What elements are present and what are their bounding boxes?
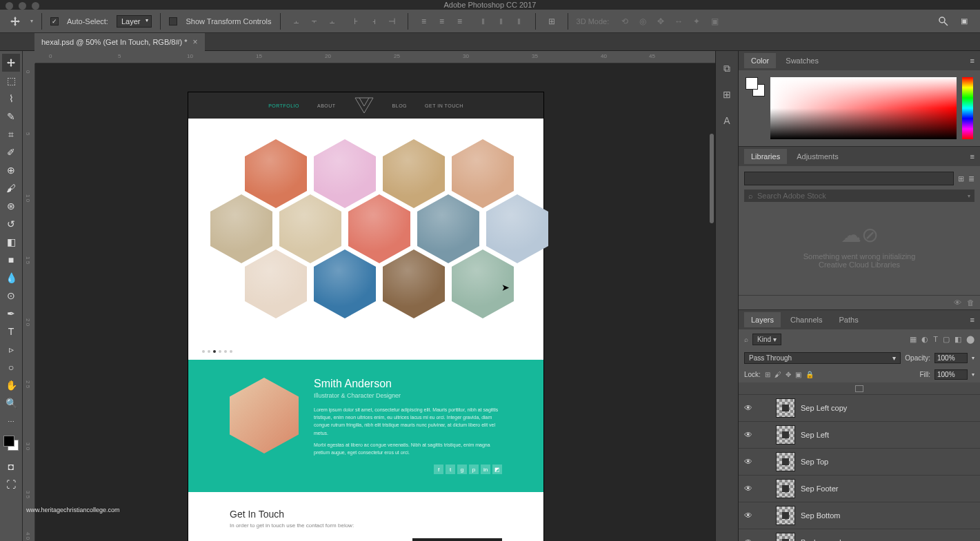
lib-status-icon[interactable]: 👁 [954,298,961,307]
fill-dropdown-icon[interactable]: ▾ [972,371,974,378]
search-icon[interactable] [936,14,951,29]
horizontal-ruler[interactable]: 0 5 10 15 20 25 30 35 40 45 [35,51,715,63]
align-top-icon[interactable]: ⫠ [289,14,304,29]
color-fgbg-swatch[interactable] [746,77,765,96]
channels-tab[interactable]: Channels [783,312,829,327]
panel-menu-icon[interactable]: ≡ [970,316,974,324]
fill-input[interactable]: 100% [934,369,968,380]
auto-select-checkbox[interactable]: ✓ [50,17,59,25]
panel-menu-icon[interactable]: ≡ [970,152,974,161]
list-view-icon[interactable]: ≣ [968,174,974,183]
foreground-background-swatch[interactable] [2,434,20,452]
align-vcenter-icon[interactable]: ⫟ [307,14,322,29]
swatches-tab[interactable]: Swatches [779,53,826,68]
align-bottom-icon[interactable]: ⫠ [325,14,340,29]
opacity-dropdown-icon[interactable]: ▾ [972,355,974,361]
zoom-window-icon[interactable] [32,2,39,10]
quick-select-tool[interactable]: ✎ [2,108,20,125]
filter-toggle-icon[interactable]: ⬤ [966,335,974,344]
history-panel-icon[interactable]: ⧉ [718,57,736,80]
visibility-icon[interactable]: 👁 [743,484,754,493]
layer-row[interactable] [739,382,980,395]
grid-view-icon[interactable]: ⊞ [958,174,964,183]
library-select[interactable] [744,172,954,185]
layer-row[interactable]: 👁Sep Top [739,449,980,476]
clone-tool[interactable]: ⊛ [2,197,20,215]
auto-select-dropdown[interactable]: Layer [117,15,152,28]
lock-pixels-icon[interactable]: 🖌 [774,371,781,378]
gradient-tool[interactable]: ■ [2,251,20,269]
distribute-hcenter-icon[interactable]: ⦀ [494,14,509,29]
visibility-icon[interactable]: 👁 [743,538,754,541]
brush-tool[interactable]: 🖌 [2,179,20,197]
dodge-tool[interactable]: ⊙ [2,287,20,305]
align-hcenter-icon[interactable]: ⫞ [366,14,381,29]
blend-mode-dropdown[interactable]: Pass Through ▾ [744,352,901,364]
distribute-left-icon[interactable]: ⦀ [476,14,491,29]
filter-type-dropdown[interactable]: Kind ▾ [752,334,781,345]
layer-row[interactable]: 👁Background [739,529,980,541]
shape-tool[interactable]: ○ [2,358,20,376]
document-tab[interactable]: hexal.psd @ 50% (Get In Touch, RGB/8#) *… [34,33,205,51]
distribute-top-icon[interactable]: ≡ [417,14,432,29]
library-search[interactable]: ⌕ Search Adobe Stock ▾ [744,190,974,202]
healing-tool[interactable]: ⊕ [2,161,20,179]
opacity-input[interactable]: 100% [934,353,968,363]
layer-list[interactable]: 👁Sep Left copy 👁Sep Left 👁Sep Top 👁Sep F… [739,382,980,541]
distribute-right-icon[interactable]: ⦀ [512,14,527,29]
layer-row[interactable]: 👁Sep Bottom [739,502,980,529]
type-tool[interactable]: T [2,323,20,340]
zoom-tool[interactable]: 🔍 [2,394,20,412]
blur-tool[interactable]: 💧 [2,269,20,287]
hand-tool[interactable]: ✋ [2,376,20,394]
close-window-icon[interactable] [6,2,13,10]
filter-smart-icon[interactable]: ◧ [954,335,961,344]
edit-toolbar-icon[interactable]: ⋯ [2,412,20,430]
lock-all-icon[interactable]: 🔒 [806,371,814,378]
marquee-tool[interactable]: ⬚ [2,72,20,90]
search-dropdown-icon[interactable]: ▾ [968,193,970,199]
lasso-tool[interactable]: ⌇ [2,90,20,108]
panel-menu-icon[interactable]: ≡ [970,57,974,65]
color-tab[interactable]: Color [744,53,776,68]
screenmode-tool[interactable]: ⛶ [2,476,20,493]
path-select-tool[interactable]: ▹ [2,340,20,358]
visibility-icon[interactable]: 👁 [743,511,754,520]
align-left-icon[interactable]: ⊦ [348,14,363,29]
visibility-icon[interactable]: 👁 [743,430,754,440]
paths-tab[interactable]: Paths [832,312,866,327]
quickmask-tool[interactable]: ◘ [2,458,20,476]
layers-tab[interactable]: Layers [744,312,781,327]
color-spectrum[interactable] [770,77,957,139]
canvas-area[interactable]: 0 5 10 15 20 25 30 35 40 45 0 5 1 0 1 5 … [23,51,715,541]
eyedropper-tool[interactable]: ✐ [2,143,20,161]
eraser-tool[interactable]: ◧ [2,233,20,251]
adjustments-tab[interactable]: Adjustments [790,149,846,164]
scrollbar-thumb[interactable] [710,134,714,223]
visibility-icon[interactable]: 👁 [743,403,754,413]
align-right-icon[interactable]: ⊣ [384,14,399,29]
workspace-icon[interactable]: ▣ [957,14,972,29]
vertical-ruler[interactable]: 0 5 1 0 1 5 2 0 2 5 3 0 3 5 4 0 [23,63,35,541]
document-canvas[interactable]: PORTFOLIO ABOUT BLOG GET IN TOUCH Smith … [188,92,543,541]
filter-shape-icon[interactable]: ▢ [943,335,950,344]
layer-row[interactable]: 👁Sep Left [739,422,980,449]
auto-align-icon[interactable]: ⊞ [544,14,559,29]
tool-preset-dropdown-icon[interactable]: ▾ [30,18,33,24]
close-tab-icon[interactable]: × [193,37,198,47]
history-brush-tool[interactable]: ↺ [2,215,20,233]
distribute-vcenter-icon[interactable]: ≡ [434,14,450,29]
distribute-bottom-icon[interactable]: ≡ [452,14,468,29]
properties-panel-icon[interactable]: ⊞ [718,83,736,106]
crop-tool[interactable]: ⌗ [2,125,20,143]
foreground-color-swatch[interactable] [3,436,14,447]
lock-transparency-icon[interactable]: ⊞ [765,371,770,378]
filter-adjust-icon[interactable]: ◐ [921,335,928,344]
hue-slider[interactable] [962,77,973,139]
show-transform-checkbox[interactable] [169,17,177,25]
filter-search-icon[interactable]: ⌕ [744,336,748,343]
lock-position-icon[interactable]: ✥ [786,371,791,378]
filter-type-icon[interactable]: T [933,335,938,344]
minimize-window-icon[interactable] [19,2,26,10]
filter-pixel-icon[interactable]: ▦ [910,335,917,344]
